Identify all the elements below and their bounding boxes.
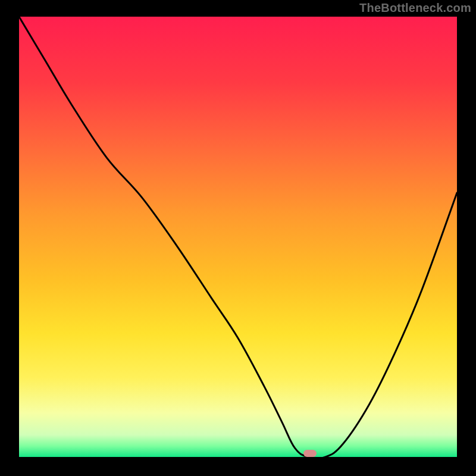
plot-svg bbox=[19, 17, 457, 457]
watermark-label: TheBottleneck.com bbox=[359, 1, 471, 15]
optimal-point-marker bbox=[303, 450, 317, 457]
chart-container: TheBottleneck.com bbox=[0, 0, 476, 476]
plot-area bbox=[19, 17, 457, 457]
gradient-background bbox=[19, 17, 457, 457]
